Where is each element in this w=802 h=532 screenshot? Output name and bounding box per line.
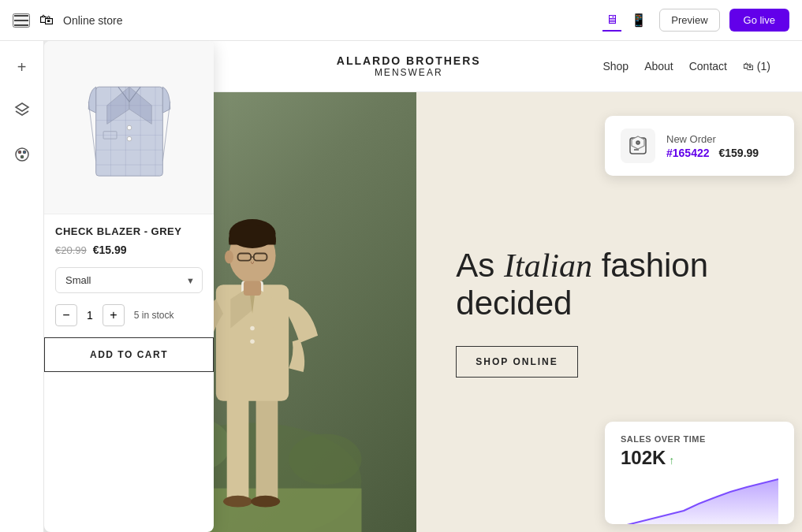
stock-text: 5 in stock [134, 310, 174, 321]
svg-marker-0 [16, 103, 28, 111]
svg-point-26 [223, 496, 252, 508]
store-brand-sub: MENSWEAR [337, 67, 481, 78]
sidebar-tools: + [0, 41, 44, 532]
size-select-wrapper[interactable]: Small Medium Large XL ▼ [55, 267, 203, 293]
nav-shop[interactable]: Shop [602, 60, 629, 73]
order-info: New Order #165422 €159.99 [666, 133, 759, 159]
svg-point-30 [250, 326, 255, 331]
top-bar-right: 🖥 📱 Preview Go live [602, 9, 789, 32]
svg-point-2 [18, 151, 21, 154]
nav-contact[interactable]: Contact [689, 60, 727, 73]
shop-online-button[interactable]: SHOP ONLINE [456, 346, 577, 378]
order-number: #165422 [666, 147, 710, 159]
svg-point-3 [23, 151, 25, 154]
sales-card: SALES OVER TIME 102K ↑ [605, 422, 794, 524]
product-name: CHECK BLAZER - GREY [55, 225, 203, 237]
store-nav-links: Shop About Contact 🛍 (1) [602, 60, 770, 73]
cart-count: (1) [757, 60, 770, 73]
sales-chart [621, 475, 778, 524]
quantity-increase-btn[interactable]: + [103, 304, 125, 326]
add-to-cart-button[interactable]: ADD TO CART [44, 337, 214, 372]
svg-point-15 [127, 125, 132, 130]
order-amount: €159.99 [719, 147, 759, 159]
svg-rect-25 [256, 386, 278, 503]
svg-point-4 [21, 156, 23, 158]
sales-arrow: ↑ [666, 454, 674, 467]
size-select[interactable]: Small Medium Large XL [55, 267, 203, 293]
main-layout: + [0, 41, 802, 532]
svg-point-16 [127, 136, 132, 141]
svg-point-1 [16, 148, 28, 161]
add-tool-btn[interactable]: + [13, 54, 32, 81]
hero-text-area: As Italian fashiondecided SHOP ONLINE [416, 92, 802, 532]
svg-rect-38 [244, 281, 261, 296]
svg-point-27 [251, 496, 280, 508]
product-image [44, 41, 214, 214]
svg-point-37 [225, 251, 233, 264]
sales-value: 102K ↑ [621, 447, 778, 469]
order-icon-box [621, 128, 655, 163]
golive-button[interactable]: Go live [729, 9, 789, 32]
svg-point-22 [289, 433, 361, 485]
quantity-row: − 1 + 5 in stock [55, 304, 203, 326]
device-switcher: 🖥 📱 [602, 9, 650, 32]
store-brand-name: ALLARDO BROTHERS [337, 54, 481, 67]
store-title: Online store [63, 14, 122, 27]
store-icon: 🛍 [39, 12, 54, 28]
desktop-device-btn[interactable]: 🖥 [602, 9, 621, 32]
svg-point-41 [636, 141, 640, 144]
product-card: CHECK BLAZER - GREY €20.99 €15.99 Small … [44, 41, 214, 532]
preview-button[interactable]: Preview [659, 9, 719, 32]
order-card: New Order #165422 €159.99 [605, 116, 794, 176]
content-area: CHECK BLAZER - GREY €20.99 €15.99 Small … [44, 41, 802, 532]
quantity-decrease-btn[interactable]: − [55, 304, 77, 326]
price-original: €20.99 [55, 244, 87, 256]
mobile-device-btn[interactable]: 📱 [628, 9, 650, 32]
menu-button[interactable] [13, 13, 30, 28]
sales-label: SALES OVER TIME [621, 434, 778, 444]
layers-tool-btn[interactable] [9, 97, 35, 126]
palette-tool-btn[interactable] [9, 142, 35, 171]
product-info: CHECK BLAZER - GREY €20.99 €15.99 Small … [44, 214, 214, 326]
quantity-value: 1 [87, 309, 93, 322]
order-label: New Order [666, 133, 759, 145]
cart-icon[interactable]: 🛍 (1) [743, 60, 770, 73]
store-brand: ALLARDO BROTHERS MENSWEAR [337, 54, 481, 78]
order-row: #165422 €159.99 [666, 147, 759, 159]
svg-rect-24 [227, 386, 249, 503]
price-sale: €15.99 [93, 244, 127, 256]
nav-about[interactable]: About [644, 60, 673, 73]
top-bar: 🛍 Online store 🖥 📱 Preview Go live [0, 0, 802, 41]
svg-point-31 [250, 339, 255, 344]
top-bar-left: 🛍 Online store [13, 12, 122, 28]
hero-headline: As Italian fashiondecided [456, 247, 770, 323]
product-prices: €20.99 €15.99 [55, 244, 203, 256]
